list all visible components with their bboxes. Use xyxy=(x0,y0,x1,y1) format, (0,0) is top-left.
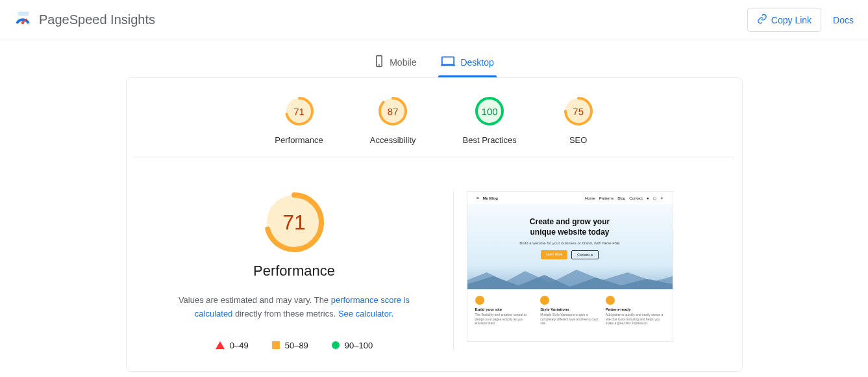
legend-good: 90–100 xyxy=(332,341,373,350)
preview-nav-item: Blog xyxy=(617,196,625,200)
gauge-accessibility[interactable]: 87 Accessibility xyxy=(370,96,416,145)
gauge-value: 75 xyxy=(564,96,593,126)
app-title: PageSpeed Insights xyxy=(39,12,155,27)
preview-nav-item: Contact xyxy=(629,196,643,200)
legend-label: 0–49 xyxy=(230,341,249,350)
device-tabs: Mobile Desktop xyxy=(0,40,868,77)
gauge-label: SEO xyxy=(569,135,587,145)
performance-big-gauge: 71 xyxy=(263,191,325,254)
legend-label: 90–100 xyxy=(345,341,373,350)
category-gauges: 71 Performance 87 Accessibility 100 Best… xyxy=(127,94,742,157)
gauge-label: Performance xyxy=(275,135,323,145)
performance-big-score: 71 xyxy=(263,191,325,254)
preview-mountains xyxy=(467,266,673,289)
svg-rect-5 xyxy=(442,57,454,65)
feature-title: Build your site xyxy=(475,307,534,311)
performance-summary: 71 Performance Values are estimated and … xyxy=(149,191,454,350)
desc-text: directly from these metrics. xyxy=(232,309,338,318)
tab-mobile[interactable]: Mobile xyxy=(371,49,419,77)
feature-title: Style Variations xyxy=(540,307,599,311)
desktop-icon xyxy=(441,55,455,69)
site-preview: ≡My Blog Home Patterns Blog Contact ● ◻ … xyxy=(467,191,673,342)
performance-title: Performance xyxy=(253,263,335,280)
feature-icon xyxy=(540,296,549,305)
tab-desktop[interactable]: Desktop xyxy=(438,49,496,77)
gauge-performance[interactable]: 71 Performance xyxy=(275,96,323,145)
performance-description: Values are estimated and may vary. The p… xyxy=(164,294,424,321)
main-row: 71 Performance Values are estimated and … xyxy=(127,157,742,350)
desc-text: Values are estimated and may vary. The xyxy=(179,295,331,305)
tab-desktop-label: Desktop xyxy=(460,57,493,68)
gauge-value: 71 xyxy=(284,96,314,126)
brand: PageSpeed Insights xyxy=(14,10,155,29)
link-icon xyxy=(757,14,767,26)
twitter-icon: ✦ xyxy=(660,196,663,200)
copy-link-label: Copy Link xyxy=(771,15,812,25)
gauge-best-practices[interactable]: 100 Best Practices xyxy=(463,96,517,145)
gauge-value: 87 xyxy=(378,96,408,126)
preview-subhead: Build a website for your business or bra… xyxy=(474,241,666,245)
preview-features: Build your siteThe flexibility and creat… xyxy=(467,289,673,332)
gauge-label: Accessibility xyxy=(370,135,416,145)
preview-nav-item: Home xyxy=(585,196,595,200)
preview-nav-item: Patterns xyxy=(599,196,614,200)
legend-avg: 50–89 xyxy=(272,341,308,350)
feature-icon xyxy=(475,296,484,305)
preview-hero: Create and grow yourunique website today… xyxy=(467,204,673,266)
preview-headline: Create and grow yourunique website today xyxy=(474,217,666,237)
header-actions: Copy Link Docs xyxy=(747,8,854,32)
docs-link[interactable]: Docs xyxy=(833,15,854,25)
gauge-seo[interactable]: 75 SEO xyxy=(564,96,593,145)
preview-buttons: Learn More Contact us xyxy=(474,250,666,259)
preview-nav: Home Patterns Blog Contact ● ◻ ✦ xyxy=(585,196,663,200)
preview-header: ≡My Blog Home Patterns Blog Contact ● ◻ … xyxy=(467,192,673,204)
preview-feature: Pattern-readyAdd patterns quickly and ea… xyxy=(606,296,665,326)
svg-rect-0 xyxy=(18,12,29,16)
legend-label: 50–89 xyxy=(285,341,308,350)
square-icon xyxy=(272,341,280,349)
see-calculator-link[interactable]: See calculator. xyxy=(338,309,393,318)
gauge-label: Best Practices xyxy=(463,135,517,145)
app-header: PageSpeed Insights Copy Link Docs xyxy=(0,0,868,40)
site-preview-wrap: ≡My Blog Home Patterns Blog Contact ● ◻ … xyxy=(467,191,673,350)
report-card: 71 Performance 87 Accessibility 100 Best… xyxy=(126,77,743,372)
preview-site-name: My Blog xyxy=(483,196,498,200)
feature-icon xyxy=(606,296,615,305)
facebook-icon: ● xyxy=(647,196,649,200)
score-legend: 0–49 50–89 90–100 xyxy=(216,341,373,350)
mobile-icon xyxy=(374,55,384,70)
instagram-icon: ◻ xyxy=(653,196,656,200)
preview-feature: Build your siteThe flexibility and creat… xyxy=(475,296,534,326)
preview-cta-primary: Learn More xyxy=(541,250,568,259)
feature-title: Pattern-ready xyxy=(606,307,665,311)
tab-mobile-label: Mobile xyxy=(390,57,416,68)
psi-logo-icon xyxy=(14,10,31,29)
gauge-value: 100 xyxy=(475,96,504,126)
legend-fail: 0–49 xyxy=(216,341,249,350)
circle-icon xyxy=(332,341,340,349)
feature-desc: Add patterns quickly and easily create a… xyxy=(606,313,665,326)
feature-desc: The flexibility and creative control to … xyxy=(475,313,534,326)
preview-feature: Style VariationsMultiple Style Variation… xyxy=(540,296,599,326)
feature-desc: Multiple Style Variations to give a comp… xyxy=(540,313,599,326)
copy-link-button[interactable]: Copy Link xyxy=(747,8,821,32)
triangle-icon xyxy=(216,341,225,349)
preview-cta-secondary: Contact us xyxy=(571,250,599,259)
